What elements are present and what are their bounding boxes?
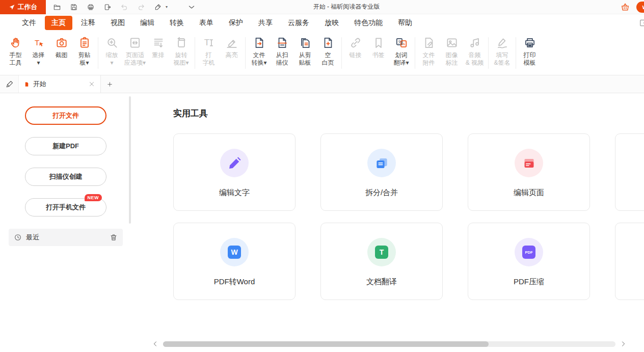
sidebar-button-open-file[interactable]: 打开文件 [25, 106, 106, 125]
svg-text:文: 文 [398, 40, 401, 44]
tool-card-edit-text[interactable]: 编辑文字 [173, 133, 296, 211]
scroll-right-icon[interactable] [620, 340, 627, 347]
menu-present[interactable]: 放映 [317, 15, 346, 31]
menu-features[interactable]: 特色功能 [346, 15, 390, 31]
menu-comment[interactable]: 注释 [73, 15, 103, 31]
document-tabbar: 开始 [0, 75, 644, 93]
tool-card-pdf-to-word[interactable]: WPDF转Word [173, 223, 296, 300]
tab-document-icon [24, 82, 30, 87]
ribbon-select-tool[interactable]: T选择▾ [27, 36, 50, 67]
store-basket-icon[interactable] [620, 2, 630, 12]
tool-card-partial-top [615, 133, 644, 211]
tool-card-edit-pages[interactable]: 编辑页面 [468, 133, 590, 211]
tool-card-split-merge[interactable]: 拆分/合并 [320, 133, 443, 211]
word-badge-icon: W [228, 246, 241, 259]
new-badge: NEW [85, 194, 102, 201]
menu-protect[interactable]: 保护 [221, 15, 251, 31]
quick-access-toolbar: ▾ [51, 2, 198, 13]
scrollbar-track[interactable] [163, 341, 615, 347]
main-area: 实用工具 编辑文字拆分/合并编辑页面WPDF转WordT文档翻译PDFPDF压缩 [131, 93, 644, 352]
qat-export-button[interactable] [101, 2, 114, 13]
sidebar-button-scanner-create[interactable]: 扫描仪创建 [25, 168, 106, 186]
ribbon-file-convert[interactable]: 文件转换▾ [248, 36, 271, 67]
tools-grid: 编辑文字拆分/合并编辑页面WPDF转WordT文档翻译PDFPDF压缩 [173, 133, 644, 300]
qat-redo-button [135, 2, 147, 13]
upgrade-button[interactable]: w [636, 2, 644, 13]
translate-icon: 文A [395, 36, 408, 49]
export-icon [103, 3, 112, 11]
menu-home[interactable]: 主页 [45, 16, 72, 30]
clock-icon [14, 233, 22, 241]
menu-form[interactable]: 表单 [192, 15, 221, 31]
foxit-logo-icon [9, 4, 15, 10]
tool-card-doc-translate[interactable]: T文档翻译 [320, 223, 443, 300]
menu-share[interactable]: 共享 [251, 15, 280, 31]
ribbon-clipboard[interactable]: 剪贴板▾ [73, 36, 96, 67]
sidebar-button-label: 打开手机文件 [46, 203, 86, 211]
svg-text:A: A [402, 42, 405, 46]
ribbon-separator [341, 37, 342, 69]
upgrade-label: w [642, 4, 644, 11]
ribbon-hand-tool[interactable]: 手型工具 [4, 36, 27, 67]
pdf-badge-circle: PDF [515, 238, 543, 266]
ribbon-blank-page[interactable]: 空白页 [316, 36, 339, 67]
image-icon [445, 36, 459, 49]
qat-open-file-button[interactable] [51, 2, 63, 13]
new-tab-button[interactable] [101, 75, 118, 93]
sidebar-scrollbar[interactable] [129, 96, 131, 224]
menu-edit[interactable]: 编辑 [132, 15, 162, 31]
tab-start[interactable]: 开始 [18, 75, 101, 93]
pages-stack-circle [367, 149, 396, 177]
camera-icon [55, 36, 68, 49]
qat-print-button[interactable] [85, 2, 97, 13]
pdf-badge-icon: PDF [522, 246, 535, 259]
sidebar-button-label: 扫描仪创建 [49, 173, 83, 180]
ribbon-print-template[interactable]: 打印模板 [518, 36, 541, 67]
recent-row[interactable]: 最近 [9, 229, 123, 246]
scrollbar-thumb[interactable] [163, 341, 489, 347]
sidebar-button-open-mobile-file[interactable]: 打开手机文件NEW [25, 198, 106, 216]
tool-card-label: 编辑页面 [514, 188, 544, 198]
pencil-circle [220, 149, 249, 177]
ribbon-snapshot[interactable]: 截图 [50, 36, 73, 59]
sidebar-button-label: 打开文件 [52, 112, 79, 119]
qat-brush-button[interactable] [152, 2, 164, 13]
menu-cloud-service[interactable]: 云服务 [280, 15, 317, 31]
word-badge-circle: W [220, 238, 249, 266]
menu-file[interactable]: 文件 [14, 15, 44, 31]
ribbon-link: 链接 [344, 36, 367, 59]
rotate-icon [175, 36, 188, 49]
tool-card-label: 文档翻译 [366, 277, 397, 287]
tab-close-icon[interactable] [88, 80, 95, 88]
sidebar-button-new-pdf[interactable]: 新建PDF [25, 137, 106, 155]
scroll-left-icon[interactable] [152, 340, 159, 347]
tool-card-pdf-compress[interactable]: PDFPDF压缩 [468, 223, 590, 300]
ribbon-separator [98, 37, 98, 69]
svg-text:T: T [34, 38, 39, 47]
sidebar-buttons: 打开文件新建PDF扫描仪创建打开手机文件NEW [25, 106, 106, 229]
ribbon-word-translate[interactable]: 文A划词翻译▾ [390, 36, 413, 67]
ribbon-from-scanner[interactable]: 从扫描仪 [271, 36, 293, 67]
workspace-home-button[interactable] [0, 75, 18, 93]
qat-customize-toolbar-button[interactable] [185, 2, 198, 13]
tab-label: 开始 [33, 79, 85, 89]
qat-save-button[interactable] [68, 2, 80, 13]
trash-icon[interactable] [110, 233, 118, 241]
ribbon-from-clipboard[interactable]: 从剪贴板 [293, 36, 316, 67]
horizontal-scrollbar [152, 340, 627, 347]
tool-card-partial-bottom [615, 223, 644, 300]
redo-icon [137, 3, 145, 11]
brush-icon [154, 3, 162, 11]
pageConvert-icon [253, 36, 266, 49]
ribbon-reflow: 重排 [147, 36, 170, 59]
workspace-logo[interactable]: 工作台 [0, 0, 46, 14]
menu-view[interactable]: 视图 [103, 15, 132, 31]
menu-help[interactable]: 帮助 [390, 15, 420, 31]
panel-toggle-icon[interactable] [638, 18, 644, 28]
printer-icon [523, 36, 536, 49]
menu-convert[interactable]: 转换 [162, 15, 192, 31]
svg-text:T: T [204, 37, 209, 47]
menubar: 文件主页注释视图编辑转换表单保护共享云服务放映特色功能帮助 [0, 14, 644, 32]
magnifier-icon [105, 36, 119, 49]
select-icon: T [32, 36, 45, 49]
